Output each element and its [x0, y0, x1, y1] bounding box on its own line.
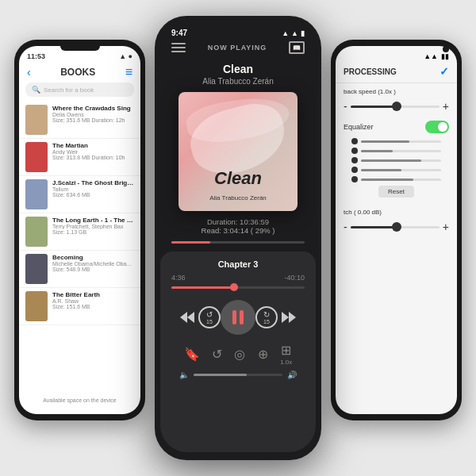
pause-bar-2 — [240, 310, 244, 324]
bookmark-button[interactable]: 🔖 — [184, 347, 200, 362]
eq-track[interactable] — [361, 159, 441, 162]
eq-band-3 — [351, 157, 441, 163]
book-author: Alia Trabucco Zerán — [171, 77, 305, 86]
fast-forward-button[interactable] — [278, 306, 300, 328]
list-item[interactable]: Where the Crawdads Sing Delia Owens Size… — [19, 102, 140, 139]
pitch-slider-thumb — [392, 222, 401, 232]
pitch-plus-button[interactable]: + — [443, 221, 449, 233]
eq-band-5 — [351, 176, 441, 182]
left-screen: 11:53 ▲ ● ‹ BOOKS ≡ 🔍 Search for a book … — [19, 46, 140, 414]
library-icon-symbol: 📖 — [293, 44, 301, 52]
speed-label: 1.0x — [280, 359, 292, 366]
library-icon[interactable]: 📖 — [289, 41, 305, 54]
chapter-progress-thumb — [230, 283, 238, 291]
book-size: Size: 151.6 MB — [52, 304, 134, 309]
equalizer-button[interactable]: ⊞ 1.0x — [280, 343, 292, 366]
repeat-button[interactable]: ↺ — [212, 347, 222, 362]
list-item[interactable]: The Bitter Earth A.R. Shaw Size: 151.6 M… — [19, 288, 140, 325]
chapter-time-row: 4:36 -40:10 — [171, 274, 305, 282]
menu-button[interactable] — [171, 40, 186, 55]
list-item[interactable]: The Long Earth - 1 - The Long Earth Terr… — [19, 213, 140, 251]
svg-marker-1 — [180, 312, 187, 323]
book-thumb — [25, 217, 48, 247]
chapter-progress-track[interactable] — [171, 286, 305, 289]
read-label: Read: — [202, 226, 221, 235]
playback-speed-label: back speed (1.0x ) — [344, 88, 396, 95]
book-info: Clean Alia Trabucco Zerán Clean Alia Tra… — [160, 60, 316, 211]
pause-bar-1 — [232, 310, 236, 324]
pitch-row: tch ( 0.00 dB) — [344, 209, 449, 216]
equalizer-toggle[interactable] — [425, 121, 449, 133]
books-title: BOOKS — [60, 67, 95, 78]
list-item[interactable]: J.Scalzi - The Ghost Brigades Talium Siz… — [19, 176, 140, 213]
book-size: Size: 548.9 MB — [52, 267, 134, 272]
eq-dot — [351, 148, 358, 154]
target-icon: ◎ — [234, 347, 245, 362]
back-button[interactable]: ‹ — [27, 66, 31, 79]
eq-band-1 — [351, 138, 441, 144]
volume-track[interactable] — [194, 374, 282, 376]
eq-track[interactable] — [361, 150, 441, 152]
read-value: 3:04:14 ( 29% ) — [224, 226, 275, 235]
battery-icon: ▮ — [301, 29, 305, 37]
equalizer-label: Equalizer — [344, 123, 374, 131]
speed-slider-track[interactable] — [351, 106, 440, 108]
plus-button[interactable]: + — [443, 100, 449, 113]
skip-back-icon: ↺ — [206, 311, 213, 319]
rewind-button[interactable] — [176, 306, 198, 328]
pitch-label: tch ( 0.00 dB) — [344, 209, 382, 216]
airplay-button[interactable]: ⊕ — [258, 347, 268, 362]
book-meta: The Bitter Earth A.R. Shaw Size: 151.6 M… — [52, 291, 134, 309]
bottom-toolbar: 🔖 ↺ ◎ ⊕ ⊞ 1.0x — [171, 338, 305, 369]
chapter-time-start: 4:36 — [171, 274, 186, 282]
left-status-icons: ▲ ● — [119, 52, 132, 60]
book-meta: Where the Crawdads Sing Delia Owens Size… — [52, 105, 134, 123]
airplay-icon: ⊕ — [258, 347, 268, 362]
left-footer: Available space on the device — [19, 397, 140, 403]
book-meta: The Martian Andy Weir Size: 313.8 MB Dur… — [52, 142, 134, 160]
book-name: Becoming — [52, 254, 134, 261]
battery-icon: ▮▮ — [441, 52, 449, 60]
center-time: 9:47 — [171, 29, 187, 37]
equalizer-icon: ⊞ — [281, 343, 291, 358]
repeat-icon: ↺ — [212, 347, 222, 362]
book-size: Size: 313.8 MB Duration: 10h — [52, 155, 134, 160]
reset-button[interactable]: Reset — [378, 186, 414, 198]
book-name: The Long Earth - 1 - The Long Earth — [52, 217, 134, 224]
duration-label: Duration: — [207, 217, 238, 226]
left-header: ‹ BOOKS ≡ — [19, 63, 140, 83]
hamburger-line — [171, 43, 186, 44]
main-progress-track[interactable] — [171, 241, 305, 244]
center-phone: 9:47 ▲ ▲ ▮ NOW PLAYING 📖 Clean Alia Trab… — [155, 16, 321, 460]
target-button[interactable]: ◎ — [234, 347, 245, 362]
list-item[interactable]: Becoming Michelle Obama/Michelle Oba... … — [19, 251, 140, 288]
duration-info: Duration: 10:36:59 Read: 3:04:14 ( 29% ) — [171, 217, 305, 235]
list-item[interactable]: The Martian Andy Weir Size: 313.8 MB Dur… — [19, 139, 140, 176]
book-author: Delia Owens — [52, 112, 134, 117]
skip-forward-button[interactable]: ↻ 15 — [255, 306, 278, 328]
play-pause-button[interactable] — [221, 300, 255, 335]
eq-track[interactable] — [361, 140, 441, 143]
skip-back-button[interactable]: ↺ 15 — [198, 306, 221, 328]
read-text: Read: 3:04:14 ( 29% ) — [171, 226, 305, 235]
pitch-slider-row: - + — [344, 221, 449, 233]
center-screen: 9:47 ▲ ▲ ▮ NOW PLAYING 📖 Clean Alia Trab… — [160, 24, 316, 452]
right-header: PROCESSING ✓ — [336, 63, 457, 83]
left-phone: 11:53 ▲ ● ‹ BOOKS ≡ 🔍 Search for a book … — [14, 40, 145, 420]
signal-icon: ▲ — [282, 29, 289, 37]
skip-forward-label: 15 — [263, 319, 270, 324]
right-screen: ▲▲ ▮▮ PROCESSING ✓ back speed (1.0x ) - … — [336, 46, 457, 414]
eq-track[interactable] — [361, 178, 441, 181]
book-thumb — [25, 105, 48, 135]
more-icon[interactable]: ≡ — [125, 65, 132, 79]
checkmark-icon[interactable]: ✓ — [440, 65, 449, 78]
minus-button[interactable]: - — [344, 100, 347, 113]
right-camera — [443, 46, 449, 52]
book-name: J.Scalzi - The Ghost Brigades — [52, 179, 134, 186]
skip-forward-icon: ↻ — [263, 311, 270, 319]
pitch-slider-track[interactable] — [351, 226, 440, 228]
pitch-minus-button[interactable]: - — [344, 221, 347, 233]
eq-track[interactable] — [361, 169, 441, 171]
right-title: PROCESSING — [344, 67, 397, 76]
search-bar[interactable]: 🔍 Search for a book — [25, 83, 134, 97]
